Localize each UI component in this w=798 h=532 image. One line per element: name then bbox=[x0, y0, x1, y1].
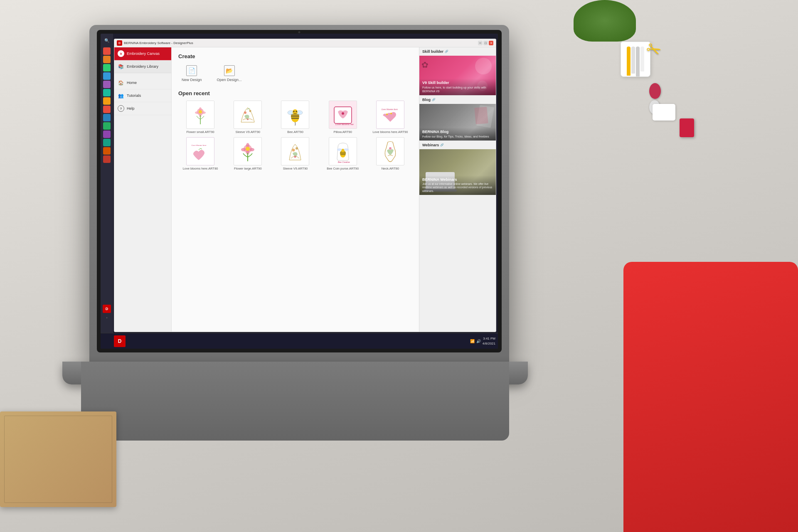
open-design-icon: 📂 bbox=[224, 65, 235, 76]
recent-item-sleeve-v9-2[interactable]: Sleeve V9.ART90 bbox=[273, 137, 317, 170]
thumb-label: Flower small.ART90 bbox=[186, 130, 214, 134]
recent-item-bee-coin-purse[interactable]: Bee Creative Bee Coin purse.ART90 bbox=[321, 137, 365, 170]
app-icon-blue2[interactable] bbox=[103, 114, 111, 121]
thumb-flower-large bbox=[234, 137, 262, 165]
webinars-section: Webinars 🔗 bbox=[419, 141, 496, 195]
app-icon-yellow[interactable] bbox=[103, 97, 111, 105]
close-button[interactable]: ✕ bbox=[489, 41, 493, 45]
taskbar: D 📶 🔊 3:41 PM 4/8/2021 bbox=[101, 333, 498, 349]
laptop-screen: 🔍 bbox=[101, 34, 498, 349]
red-spool bbox=[680, 118, 694, 137]
recent-item-bee[interactable]: Bee.ART90 bbox=[273, 101, 317, 134]
nav-label-tutorials: Tutorials bbox=[127, 94, 141, 98]
ext-link-icon[interactable]: 🔗 bbox=[445, 50, 448, 53]
blog-section: Blog 🔗 ✂ BE bbox=[419, 96, 496, 141]
recent-item-flower-large[interactable]: Flower large.ART90 bbox=[226, 137, 270, 170]
create-section: Create 📄 New Design 📂 Open bbox=[178, 53, 412, 84]
recent-section: Open recent bbox=[178, 90, 412, 170]
recent-item-love-blooms-1[interactable]: Love blooms here Love blooms here.ART90 bbox=[368, 101, 412, 134]
nav-icon-library: 📚 bbox=[118, 63, 124, 70]
svg-point-2 bbox=[202, 111, 206, 114]
win-app-icons bbox=[103, 47, 111, 163]
app-icon-teal2[interactable] bbox=[103, 139, 111, 146]
recent-item-neck[interactable]: Neck.ART80 bbox=[368, 137, 412, 170]
minimize-button[interactable]: ─ bbox=[478, 41, 483, 45]
help-icon: ? bbox=[118, 105, 124, 112]
home-icon: 🏠 bbox=[118, 79, 124, 86]
app-icon-red2[interactable] bbox=[103, 106, 111, 113]
recent-item-love-blooms-2[interactable]: Love blooms here Love blooms here.ART80 bbox=[178, 137, 222, 170]
app-icon-darkred[interactable] bbox=[103, 155, 111, 163]
nav-label-home: Home bbox=[127, 81, 137, 85]
svg-point-44 bbox=[389, 147, 392, 150]
new-design-button[interactable]: 📄 New Design bbox=[178, 64, 205, 84]
app-icon-purple2[interactable] bbox=[103, 131, 111, 138]
thumb-label: Sleeve V9.ART90 bbox=[283, 167, 308, 170]
thumb-label: Pillow.ART90 bbox=[333, 130, 352, 134]
nav-icon-circle: 9 bbox=[118, 50, 124, 57]
blog-overlay: BERNINA Blog Follow our Blog, for Tips, … bbox=[419, 128, 496, 140]
svg-text:Love blooms here: Love blooms here bbox=[191, 144, 207, 146]
recent-item-sleeve-v9-1[interactable]: Sleeve V9.ART90 bbox=[226, 101, 270, 134]
blog-ext-link-icon[interactable]: 🔗 bbox=[432, 98, 436, 101]
svg-point-23 bbox=[386, 113, 388, 115]
app-logo: D bbox=[117, 40, 122, 46]
svg-point-27 bbox=[241, 148, 246, 151]
app-icon-green2[interactable] bbox=[103, 122, 111, 130]
create-title: Create bbox=[178, 53, 412, 59]
webinars-header: Webinars 🔗 bbox=[419, 141, 496, 149]
webinars-card[interactable]: BERNINA Webinars Join us at our informat… bbox=[419, 149, 496, 195]
thumb-pillow: Love blooms here bbox=[329, 101, 357, 129]
red-chair bbox=[623, 262, 798, 532]
app-icon-orange[interactable] bbox=[103, 56, 111, 63]
thumb-sleeve-2 bbox=[281, 137, 309, 165]
thumb-label: Flower large.ART90 bbox=[234, 167, 262, 170]
win-search-icon[interactable]: 🔍 bbox=[103, 36, 111, 44]
nav-item-help[interactable]: ? Help bbox=[114, 102, 171, 115]
nav-item-tutorials[interactable]: 👥 Tutorials bbox=[114, 89, 171, 102]
recent-title: Open recent bbox=[178, 90, 412, 96]
skill-builder-section: Skill builder 🔗 ✿ bbox=[419, 47, 496, 96]
pen-cup bbox=[621, 42, 650, 77]
app-icon-teal[interactable] bbox=[103, 89, 111, 96]
taskbar-time: 3:41 PM 4/8/2021 bbox=[483, 336, 495, 345]
svg-point-18 bbox=[296, 111, 297, 112]
blog-desc: Follow our Blog, for Tips, Tricks, Ideas… bbox=[422, 135, 493, 138]
recent-item-pillow[interactable]: Love blooms here Pillow.ART90 bbox=[321, 101, 365, 134]
skill-builder-overlay: V9 Skill builder Follow us here, to star… bbox=[419, 79, 496, 95]
skill-builder-card[interactable]: ✿ V9 Skill builder Follow us here, to st… bbox=[419, 56, 496, 95]
skill-builder-desc: Follow us here, to start building up you… bbox=[422, 86, 493, 93]
nav-item-embroidery-library[interactable]: 📚 Embroidery Library bbox=[114, 60, 171, 73]
laptop-keyboard-area bbox=[81, 362, 509, 441]
nav-item-embroidery-canvas[interactable]: 9 Embroidery Canvas bbox=[114, 47, 171, 60]
thumb-sleeve bbox=[234, 101, 262, 129]
thumb-label: Love blooms here.ART90 bbox=[372, 130, 408, 134]
blog-card[interactable]: ✂ BERNINA Blog Follow our Blog, for Tips… bbox=[419, 104, 496, 140]
app-icon-purple[interactable] bbox=[103, 81, 111, 88]
thumb-bee-coin-purse: Bee Creative bbox=[329, 137, 357, 165]
app-icon-blue[interactable] bbox=[103, 72, 111, 80]
title-bar-text: BERNINA Embroidery Software - DesignerPl… bbox=[124, 41, 478, 45]
app-icon-red[interactable] bbox=[103, 47, 111, 55]
collapse-icon[interactable]: › bbox=[106, 316, 108, 320]
webinars-ext-link-icon[interactable]: 🔗 bbox=[440, 143, 444, 147]
svg-point-24 bbox=[390, 113, 392, 114]
start-button[interactable]: D bbox=[114, 335, 126, 347]
svg-point-42 bbox=[344, 148, 349, 151]
recent-item-flower-small[interactable]: Flower small.ART90 bbox=[178, 101, 222, 134]
plant-decoration bbox=[574, 0, 636, 42]
open-design-button[interactable]: 📂 Open Design... bbox=[214, 64, 245, 84]
webinars-overlay: BERNINA Webinars Join us at our informat… bbox=[419, 175, 496, 195]
svg-point-31 bbox=[246, 147, 250, 151]
win-sidebar-icons: 🔍 bbox=[101, 34, 113, 333]
recent-grid-row1: Flower small.ART90 bbox=[178, 101, 412, 134]
maximize-button[interactable]: □ bbox=[483, 41, 488, 45]
app-icon-green[interactable] bbox=[103, 64, 111, 71]
bernina-taskbar-icon[interactable]: D bbox=[103, 305, 111, 313]
thumb-label: Love blooms here.ART80 bbox=[183, 167, 218, 170]
thumb-love-blooms-2: Love blooms here bbox=[186, 137, 214, 165]
thumb-label: Bee.ART90 bbox=[287, 130, 303, 134]
svg-point-8 bbox=[249, 110, 251, 112]
nav-item-home[interactable]: 🏠 Home bbox=[114, 76, 171, 89]
app-icon-darkorange[interactable] bbox=[103, 147, 111, 155]
